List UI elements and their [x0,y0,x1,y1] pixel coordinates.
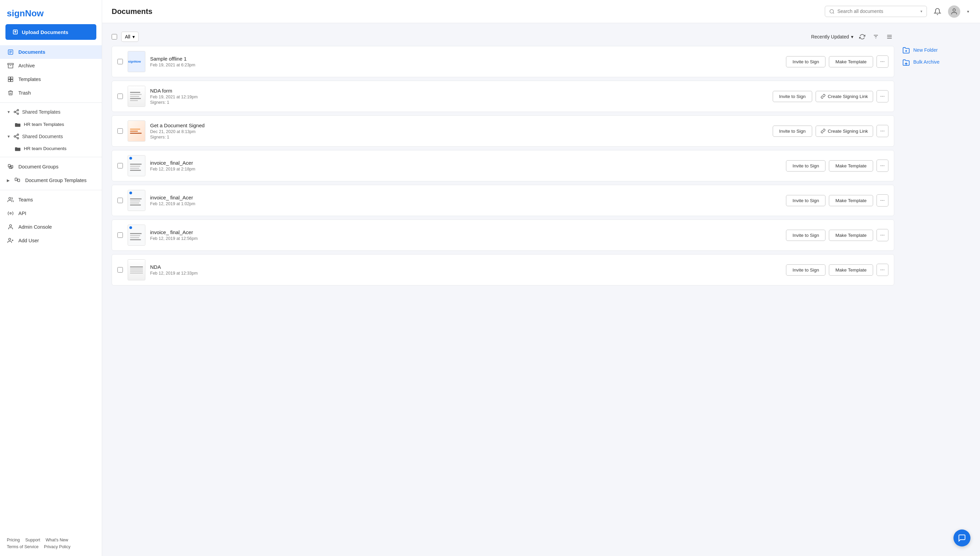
invite-to-sign-button[interactable]: Invite to Sign [786,56,825,67]
topbar: Documents ▾ ▾ [102,0,980,23]
make-template-button[interactable]: Make Template [829,56,873,67]
add-user-label: Add User [18,238,39,243]
doc-name: NDA form [150,88,768,94]
doc-checkbox[interactable] [117,59,123,64]
sidebar-item-document-group-templates[interactable]: ▶ Document Group Templates [0,173,102,187]
more-options-button[interactable]: ··· [877,264,888,276]
sidebar-item-api[interactable]: API [0,207,102,220]
more-options-button[interactable]: ··· [877,229,888,241]
user-avatar[interactable] [948,5,960,18]
doc-checkbox[interactable] [117,198,123,203]
dgt-arrow: ▶ [7,178,10,183]
privacy-link[interactable]: Privacy Policy [44,545,70,549]
shared-documents-section[interactable]: ▼ Shared Documents [0,130,102,143]
make-template-button[interactable]: Make Template [829,160,873,171]
svg-point-29 [10,225,11,227]
doc-signers: Signers: 1 [150,100,768,105]
svg-rect-11 [11,80,13,82]
archive-icon [7,63,14,69]
invite-to-sign-button[interactable]: Invite to Sign [786,160,825,171]
invite-to-sign-button[interactable]: Invite to Sign [773,126,812,137]
invite-to-sign-button[interactable]: Invite to Sign [786,230,825,241]
more-options-button[interactable]: ··· [877,160,888,172]
doc-signers: Signers: 1 [150,135,768,139]
doc-checkbox[interactable] [117,267,123,273]
svg-point-13 [14,111,16,113]
more-options-button[interactable]: ··· [877,55,888,68]
main-area: Documents ▾ ▾ [102,0,980,556]
bulk-archive-button[interactable]: Bulk Archive [902,58,970,65]
doc-checkbox[interactable] [117,163,123,168]
create-signing-link-button[interactable]: Create Signing Link [816,126,873,137]
support-link[interactable]: Support [25,538,40,542]
filter-dropdown[interactable]: All ▾ [121,32,139,42]
more-options-button[interactable]: ··· [877,90,888,102]
filter-options-button[interactable] [871,31,881,42]
sidebar-item-admin-console[interactable]: Admin Console [0,220,102,234]
svg-line-34 [833,13,834,14]
document-row: invoice_ final_AcerFeb 12, 2019 at 1:02p… [112,185,894,216]
make-template-button[interactable]: Make Template [829,230,873,241]
doc-name: invoice_ final_Acer [150,160,781,166]
sidebar: signNow Upload Documents Documents Archi… [0,0,102,556]
doc-name: invoice_ final_Acer [150,230,781,235]
sidebar-item-trash[interactable]: Trash [0,86,102,100]
upload-documents-button[interactable]: Upload Documents [5,24,96,40]
filter-arrow: ▾ [133,34,135,39]
document-row: invoice_ final_AcerFeb 12, 2019 at 12:56… [112,220,894,251]
nav-divider-1 [0,102,102,103]
sidebar-item-hr-documents[interactable]: HR team Documents [0,143,102,154]
invite-to-sign-button[interactable]: Invite to Sign [786,195,825,206]
pricing-link[interactable]: Pricing [7,538,20,542]
sidebar-item-documents[interactable]: Documents [0,45,102,59]
doc-checkbox[interactable] [117,128,123,134]
search-box[interactable]: ▾ [825,6,927,17]
document-row: NDAFeb 12, 2019 at 12:33pmInvite to Sign… [112,254,894,286]
whats-new-link[interactable]: What's New [45,538,68,542]
doc-info: invoice_ final_AcerFeb 12, 2019 at 2:18p… [150,160,781,171]
view-toggle-button[interactable] [885,31,894,42]
search-icon [829,8,834,14]
refresh-button[interactable] [857,31,867,42]
sidebar-item-document-groups[interactable]: Document Groups [0,160,102,173]
sidebar-item-templates[interactable]: Templates [0,73,102,86]
user-dropdown-button[interactable]: ▾ [966,8,970,15]
sidebar-item-archive[interactable]: Archive [0,59,102,73]
doc-actions: Invite to SignMake Template··· [786,160,888,172]
search-input[interactable] [838,8,918,14]
select-all-checkbox[interactable] [112,34,117,39]
more-options-button[interactable]: ··· [877,125,888,137]
more-options-button[interactable]: ··· [877,194,888,207]
shared-templates-section[interactable]: ▼ Shared Templates [0,105,102,118]
doc-info: invoice_ final_AcerFeb 12, 2019 at 12:56… [150,230,781,241]
terms-link[interactable]: Terms of Service [7,545,39,549]
new-folder-button[interactable]: New Folder [902,46,970,53]
hr-documents-label: HR team Documents [24,146,66,151]
teams-icon [7,197,14,203]
invite-to-sign-button[interactable]: Invite to Sign [773,91,812,102]
doc-name: invoice_ final_Acer [150,195,781,200]
create-signing-link-button[interactable]: Create Signing Link [816,91,873,102]
sidebar-item-add-user[interactable]: Add User [0,234,102,247]
doc-actions: Invite to SignMake Template··· [786,229,888,241]
doc-checkbox[interactable] [117,94,123,99]
svg-point-12 [17,110,19,111]
document-row: signNow Sample offline 1Feb 19, 2021 at … [112,46,894,77]
svg-rect-10 [8,80,10,82]
svg-point-18 [14,136,16,137]
make-template-button[interactable]: Make Template [829,264,873,276]
doc-date: Feb 12, 2019 at 2:18pm [150,167,781,171]
sidebar-item-hr-templates[interactable]: HR team Templates [0,118,102,129]
make-template-button[interactable]: Make Template [829,195,873,206]
doc-checkbox[interactable] [117,233,123,238]
topbar-right: ▾ ▾ [825,5,970,18]
upload-button-label: Upload Documents [22,29,68,35]
chat-button[interactable] [953,529,970,546]
notifications-button[interactable] [932,6,943,17]
sort-dropdown[interactable]: Recently Updated ▾ [811,34,853,39]
folder-icon [15,121,20,126]
folder-icon-2 [15,146,20,151]
svg-point-27 [9,198,11,200]
sidebar-item-teams[interactable]: Teams [0,193,102,207]
invite-to-sign-button[interactable]: Invite to Sign [786,264,825,276]
